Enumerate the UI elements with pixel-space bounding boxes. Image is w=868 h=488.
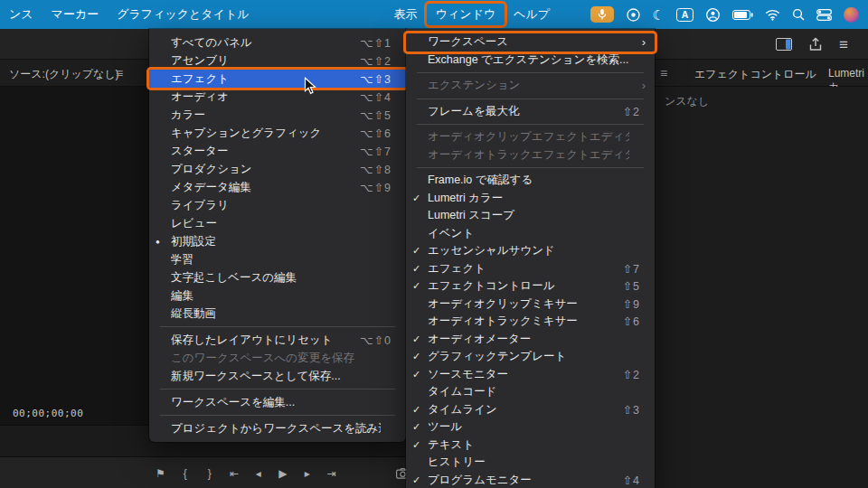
menu-item[interactable]: オーディオトラックエフェクトエディター (406, 146, 655, 164)
spotlight-search-icon[interactable] (792, 8, 805, 21)
menu-item[interactable]: スターター ⌥⇧7 (149, 142, 406, 160)
menu-item[interactable]: オーディオクリップエフェクトエディター (406, 128, 655, 146)
step-back-icon[interactable]: ◂ (254, 467, 263, 480)
menu-separator (417, 124, 644, 125)
menu-item[interactable]: ワークスペース › (406, 33, 655, 52)
user-avatar[interactable] (844, 7, 859, 23)
checkmark-icon: ✓ (412, 404, 428, 416)
macos-menubar: ンスマーカーグラフィックとタイトル表示ウィンドウヘルプ ☾ A (0, 0, 868, 29)
menu-item[interactable]: 学習 (149, 250, 406, 268)
menu-item[interactable]: ✓ エフェクトコントロール ⇧5 (406, 277, 655, 296)
menu-item[interactable]: レビュー (149, 214, 406, 232)
checkmark-icon: ✓ (412, 263, 428, 275)
microphone-in-use-icon[interactable] (590, 6, 614, 23)
menu-item[interactable]: ✓ テキスト (406, 436, 655, 455)
submenu-chevron-icon: › (642, 80, 646, 91)
source-timecode: 00;00;00;00 (13, 408, 83, 419)
workspaces-icon[interactable] (776, 38, 792, 51)
menu-item[interactable]: 編集 (149, 286, 406, 305)
menubar-item-help[interactable]: ヘルプ (505, 4, 559, 25)
menu-separator (160, 415, 395, 416)
tab-source-monitor[interactable]: ソース:(クリップなし) (9, 67, 119, 82)
checkmark-icon: ✓ (412, 333, 428, 345)
menu-separator (417, 72, 644, 73)
menu-item[interactable]: ✓ オーディオメーター (406, 331, 655, 349)
menu-item[interactable]: 文字起こしベースの編集 (149, 268, 406, 286)
checkmark-icon: ✓ (412, 369, 428, 380)
play-icon[interactable]: ▶ (278, 467, 288, 480)
checkmark-icon: ✓ (412, 474, 428, 486)
step-forward-icon[interactable]: ▸ (303, 467, 312, 480)
menu-item[interactable]: Frame.io で確認する (406, 172, 655, 190)
battery-icon[interactable] (732, 10, 753, 20)
menu-item[interactable]: ✓ グラフィックテンプレート (406, 348, 655, 366)
wifi-icon[interactable] (765, 9, 780, 21)
menu-item[interactable]: すべてのパネル ⌥⇧1 (149, 33, 406, 52)
menu-item[interactable]: プロジェクトからワークスペースを読み込み (149, 419, 406, 437)
checkmark-icon: ✓ (412, 421, 428, 433)
app-swirl-icon[interactable] (626, 7, 641, 23)
checkmark-icon: ● (156, 238, 171, 246)
menu-item[interactable]: このワークスペースへの変更を保存 (149, 349, 406, 367)
mark-out-icon[interactable]: } (205, 467, 214, 480)
menu-item[interactable]: エフェクト ⌥⇧3 (149, 70, 406, 88)
toolbar-menu-icon[interactable]: ≡ (839, 37, 848, 52)
go-to-in-icon[interactable]: ⇤ (230, 467, 239, 480)
checkmark-icon: ✓ (412, 245, 428, 257)
menubar-item-view[interactable]: 表示 (385, 4, 427, 25)
menubar-item-marker[interactable]: マーカー (42, 4, 108, 25)
menu-item[interactable]: 新規ワークスペースとして保存... (149, 367, 406, 385)
menubar-item-graphics-titles[interactable]: グラフィックとタイトル (108, 4, 258, 25)
menu-separator (160, 326, 395, 327)
checkmark-icon: ✓ (412, 351, 428, 362)
menubar-status-area: ☾ A (590, 6, 868, 23)
menu-item[interactable]: ✓ エッセンシャルサウンド (406, 242, 655, 260)
menu-item[interactable]: エクステンション › (406, 77, 655, 95)
menu-separator (160, 389, 395, 389)
menu-item[interactable]: メタデータ編集 ⌥⇧9 (149, 178, 406, 196)
menu-item[interactable]: プロダクション ⌥⇧8 (149, 160, 406, 178)
menu-item[interactable]: イベント (406, 225, 655, 243)
menu-item[interactable]: ライブラリ (149, 196, 406, 214)
menu-item[interactable]: アセンブリ ⌥⇧2 (149, 52, 406, 70)
menu-item[interactable]: オーディオクリップミキサー ⇧9 (406, 296, 655, 314)
menu-item[interactable]: カラー ⌥⇧5 (149, 106, 406, 124)
menu-item[interactable]: タイムコード (406, 383, 655, 401)
user-account-icon[interactable] (705, 7, 721, 23)
menu-item[interactable]: ✓ ソースモニター ⇧2 (406, 366, 655, 384)
menu-item[interactable]: ✓ エフェクト ⇧7 (406, 260, 655, 278)
menu-item[interactable]: ワークスペースを編集... (149, 393, 406, 411)
menu-item[interactable]: Lumetri スコープ (406, 207, 655, 225)
focus-mode-moon-icon[interactable]: ☾ (653, 8, 665, 22)
checkmark-icon: ✓ (412, 439, 428, 451)
menu-item[interactable]: 縦長動画 (149, 305, 406, 323)
window-menu: ワークスペース › Exchange でエクステンションを検索... エクステン… (406, 29, 655, 488)
menu-item[interactable]: キャプションとグラフィック ⌥⇧6 (149, 124, 406, 142)
add-marker-icon[interactable]: ⚑ (156, 467, 165, 480)
menu-item[interactable]: フレームを最大化 ⇧2 (406, 103, 655, 121)
menu-separator (417, 167, 644, 168)
checkmark-icon: ✓ (412, 280, 428, 292)
menu-item[interactable]: Exchange でエクステンションを検索... (406, 52, 655, 70)
go-to-out-icon[interactable]: ⇥ (327, 467, 336, 480)
menu-item[interactable]: ✓ ツール (406, 418, 655, 436)
mark-in-icon[interactable]: { (181, 467, 190, 480)
menu-separator (417, 99, 644, 99)
menu-item[interactable]: ✓ Lumetri カラー (406, 190, 655, 208)
menu-item[interactable]: 保存したレイアウトにリセット ⌥⇧0 (149, 331, 406, 349)
menubar-item-sequence-partial[interactable]: ンス (0, 4, 42, 25)
menu-item[interactable]: オーディオ ⌥⇧4 (149, 88, 406, 106)
quick-export-icon[interactable] (808, 37, 823, 52)
input-source-icon[interactable]: A (676, 8, 693, 22)
menu-item[interactable]: ✓ プログラムモニター ⇧4 (406, 472, 655, 488)
control-center-icon[interactable] (816, 9, 832, 21)
effect-controls-panel: ンスなし (655, 87, 868, 488)
menubar-item-window[interactable]: ウィンドウ (427, 4, 505, 25)
menu-item[interactable]: ヒストリー (406, 454, 655, 472)
right-panel-menu-icon[interactable]: ≡ (660, 66, 667, 80)
tab-effect-controls[interactable]: エフェクトコントロール (694, 67, 816, 82)
menu-item[interactable]: ● 初期設定 (149, 232, 406, 250)
menu-item[interactable]: オーディオトラックミキサー ⇧6 (406, 313, 655, 331)
source-panel-menu-icon[interactable]: ≡ (116, 66, 123, 80)
menu-item[interactable]: ✓ タイムライン ⇧3 (406, 401, 655, 419)
